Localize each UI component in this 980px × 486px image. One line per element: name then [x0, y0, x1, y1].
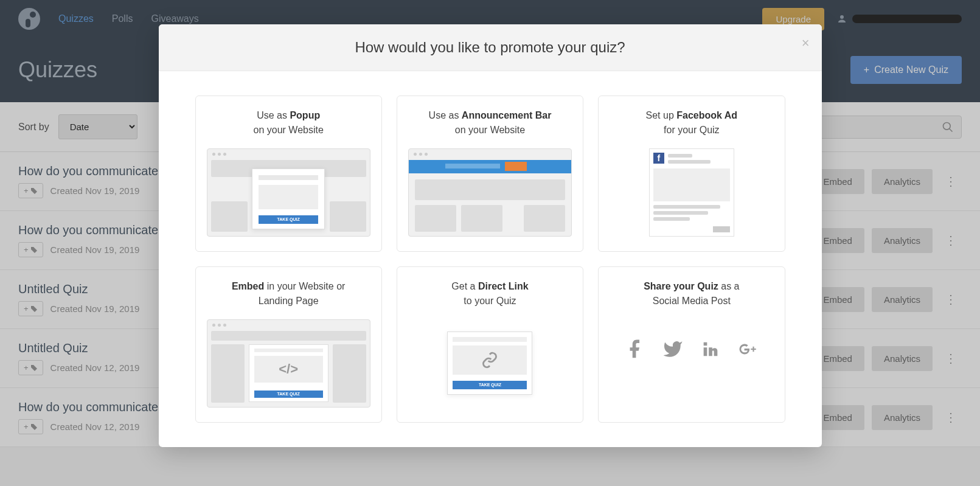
facebook-ad-diagram: f: [649, 148, 734, 237]
facebook-icon: f: [653, 153, 664, 164]
option-embed[interactable]: Embed in your Website or Landing Page </…: [195, 266, 382, 423]
option-label: Use as Popup on your Website: [207, 108, 370, 137]
modal-title: How would you like to promote your quiz?: [173, 39, 807, 56]
modal-overlay[interactable]: How would you like to promote your quiz?…: [0, 0, 980, 486]
direct-link-diagram: TAKE QUIZ: [408, 319, 572, 408]
facebook-share-icon[interactable]: [625, 339, 645, 362]
option-label: Embed in your Website or Landing Page: [207, 279, 370, 308]
option-announcement-bar[interactable]: Use as Announcement Bar on your Website: [397, 95, 583, 252]
option-label: Share your Quiz as a Social Media Post: [610, 279, 773, 308]
option-label: Get a Direct Link to your Quiz: [408, 279, 572, 308]
option-facebook-ad[interactable]: Set up Facebook Ad for your Quiz f: [598, 95, 785, 252]
announcement-diagram: [408, 148, 572, 237]
option-social-share[interactable]: Share your Quiz as a Social Media Post: [598, 266, 785, 423]
code-icon: </>: [254, 356, 323, 383]
linkedin-share-icon[interactable]: [700, 339, 721, 362]
google-plus-share-icon[interactable]: [738, 339, 759, 362]
option-direct-link[interactable]: Get a Direct Link to your Quiz TAKE QUIZ: [397, 266, 583, 423]
promote-modal: How would you like to promote your quiz?…: [159, 24, 822, 447]
option-label: Use as Announcement Bar on your Website: [408, 108, 572, 137]
modal-close-button[interactable]: ×: [802, 35, 810, 51]
twitter-share-icon[interactable]: [662, 339, 683, 362]
embed-diagram: </> TAKE QUIZ: [207, 319, 370, 408]
social-icons: [610, 339, 773, 362]
link-icon: [453, 345, 527, 375]
option-label: Set up Facebook Ad for your Quiz: [610, 108, 773, 137]
popup-diagram: TAKE QUIZ: [207, 148, 370, 237]
option-popup[interactable]: Use as Popup on your Website TAKE QUIZ: [195, 95, 382, 252]
